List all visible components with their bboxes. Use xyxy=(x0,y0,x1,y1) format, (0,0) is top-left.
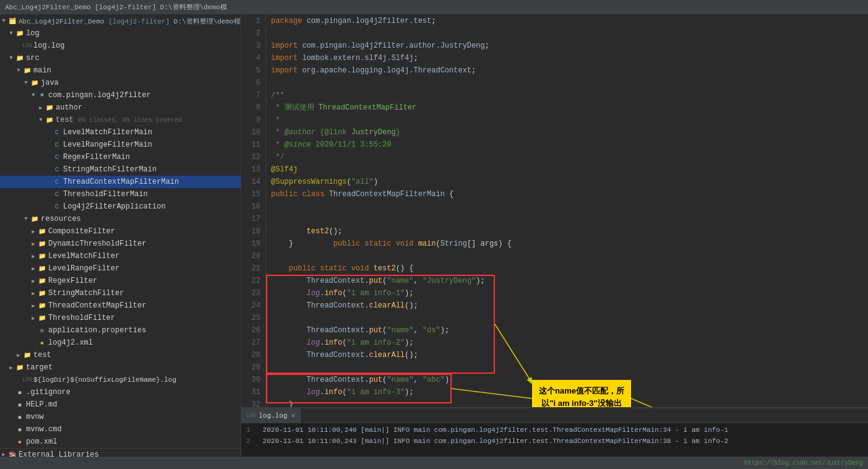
log-line-1: 1 2020-11-01 10:11:00,240 [main|] INFO m… xyxy=(246,424,863,436)
code-line-10: * @author {@link JustryDeng} xyxy=(271,126,868,139)
log-line-2: 2 2020-11-01 10:11:00,243 [main|] INFO m… xyxy=(246,436,863,447)
code-line-26: ThreadContext.put("name", "ds"); xyxy=(271,324,868,337)
code-editor: 12345 678910 1112131415 1617181920 21222… xyxy=(241,15,868,457)
tree-item-help-md[interactable]: ◼ HELP.md xyxy=(0,398,241,411)
tree-item-mvnw[interactable]: ◼ mvnw xyxy=(0,411,241,423)
code-line-24: ThreadContext.clearAll(); xyxy=(271,299,868,312)
title-text: Abc_Log4j2Filter_Demo [log4j2-filter] D:… xyxy=(5,2,227,12)
tree-item-LevelMatchFilterMain[interactable]: C LevelMatchFilterMain xyxy=(0,126,241,139)
tree-item-ThresholdFilterMain[interactable]: C ThresholdFilterMain xyxy=(0,188,241,200)
code-line-25 xyxy=(271,312,868,324)
tree-item-ThresholdFilter[interactable]: ▶ 📁 ThresholdFilter xyxy=(0,312,241,324)
tree-item-target[interactable]: ▶ 📁 target xyxy=(0,361,241,374)
code-line-6 xyxy=(271,77,868,89)
code-line-13: @Slf4j xyxy=(271,163,868,176)
title-bar: Abc_Log4j2Filter_Demo [log4j2-filter] D:… xyxy=(0,0,868,15)
status-bar: https://blog.csdn.net/JustryDeng xyxy=(0,457,868,469)
tree-item-logfile[interactable]: LOG ${logDir}${noSuffixLogFileName}.log xyxy=(0,374,241,386)
tree-item-StringMatchFilter[interactable]: ▶ 📁 StringMatchFilter xyxy=(0,287,241,299)
code-line-14: @SuppressWarnings("all") xyxy=(271,176,868,188)
code-line-2 xyxy=(271,27,868,40)
code-line-18: test2(); xyxy=(271,225,868,238)
code-line-23: log.info("i am info-1"); xyxy=(271,287,868,299)
tree-item-ThreadContextMapFilterMain[interactable]: C ThreadContextMapFilterMain xyxy=(0,176,241,188)
tree-item-StringMatchFilterMain[interactable]: C StringMatchFilterMain xyxy=(0,163,241,176)
code-line-22: ThreadContext.put("name", "JustryDeng"); xyxy=(271,275,868,287)
code-line-19: } xyxy=(271,238,868,250)
tree-item-log4j2-xml[interactable]: ✱ log4j2.xml xyxy=(0,337,241,349)
tree-item-Log4j2FilterApplication[interactable]: C Log4j2FilterApplication xyxy=(0,200,241,213)
tree-item-log-folder[interactable]: ▼ 📁 log xyxy=(0,27,241,40)
code-line-32: } xyxy=(271,398,868,407)
tree-item-LevelRangeFilterMain[interactable]: C LevelRangeFilterMain xyxy=(0,139,241,151)
tree-item-ext-lib[interactable]: ▶ 📚 External Libraries xyxy=(0,448,241,457)
log-output: 1 2020-11-01 10:11:00,240 [main|] INFO m… xyxy=(241,423,868,448)
tree-item-root[interactable]: ▼ 🗂️ Abc_Log4j2Filter_Demo [log4j2-filte… xyxy=(0,15,241,27)
code-line-20 xyxy=(271,250,868,262)
code-line-15: public class ThreadContextMapFilterMain … xyxy=(271,188,868,200)
log-tab[interactable]: LOG log.log ✕ xyxy=(241,408,301,423)
code-line-3: import com.pingan.log4j2filter.author.Ju… xyxy=(271,40,868,52)
code-line-17: ▶ public static void main(String[] args)… xyxy=(271,213,868,225)
code-line-31: log.info("i am info-3"); xyxy=(271,386,868,398)
tree-item-RegexFilterMain[interactable]: C RegexFilterMain xyxy=(0,151,241,163)
tree-item-main[interactable]: ▼ 📁 main xyxy=(0,64,241,77)
close-tab-icon[interactable]: ✕ xyxy=(291,411,295,420)
code-line-8: * 测试使用 ThreadContextMapFilter xyxy=(271,101,868,114)
tree-item-mvnw-cmd[interactable]: ◼ mvnw.cmd xyxy=(0,423,241,436)
code-line-16 xyxy=(271,200,868,213)
code-line-27: log.info("i am info-2"); xyxy=(271,337,868,349)
code-line-21: public static void test2() { xyxy=(271,262,868,275)
tree-item-author[interactable]: ▶ 📁 author xyxy=(0,101,241,114)
code-line-7: /** xyxy=(271,89,868,101)
tree-item-CompositeFilter[interactable]: ▶ 📁 CompositeFilter xyxy=(0,225,241,238)
code-line-4: import lombok.extern.slf4j.Slf4j; xyxy=(271,52,868,64)
code-line-9: * xyxy=(271,114,868,126)
code-line-30: ThreadContext.put("name", "abc"); xyxy=(271,374,868,386)
code-line-5: import org.apache.logging.log4j.ThreadCo… xyxy=(271,64,868,77)
tree-item-RegexFilter[interactable]: ▶ 📁 RegexFilter xyxy=(0,275,241,287)
line-numbers: 12345 678910 1112131415 1617181920 21222… xyxy=(241,15,266,407)
tree-item-pom-xml[interactable]: ✱ pom.xml xyxy=(0,436,241,448)
code-lines: package com.pingan.log4j2filter.test; im… xyxy=(266,15,868,407)
tree-item-log-log[interactable]: LOG log.log xyxy=(0,40,241,52)
tree-item-DynamicThresholdFilter[interactable]: ▶ 📁 DynamicThresholdFilter xyxy=(0,238,241,250)
tree-item-LevelMatchFilter[interactable]: ▶ 📁 LevelMatchFilter xyxy=(0,250,241,262)
tree-item-java[interactable]: ▼ 📁 java xyxy=(0,77,241,89)
tree-item-src[interactable]: ▼ 📁 src xyxy=(0,52,241,64)
code-content: 12345 678910 1112131415 1617181920 21222… xyxy=(241,15,868,407)
code-line-12: */ xyxy=(271,151,868,163)
bottom-panel: LOG log.log ✕ 1 2020-11-01 10:11:00,240 … xyxy=(241,407,868,457)
tree-item-com-pkg[interactable]: ▼ ■ com.pingan.log4j2filter xyxy=(0,89,241,101)
status-right: https://blog.csdn.net/JustryDeng xyxy=(744,460,863,467)
tree-item-LevelRangeFilter[interactable]: ▶ 📁 LevelRangeFilter xyxy=(0,262,241,275)
tree-item-test-src[interactable]: ▶ 📁 test xyxy=(0,349,241,361)
bottom-tab-bar: LOG log.log ✕ xyxy=(241,408,868,423)
log-tab-label: log.log xyxy=(259,412,287,420)
code-line-28: ThreadContext.clearAll(); xyxy=(271,349,868,361)
code-line-11: * @since 2020/11/1 3:55:20 xyxy=(271,139,868,151)
tree-item-application-properties[interactable]: ⚙ application.properties xyxy=(0,324,241,337)
tree-item-ThreadContextMapFilter[interactable]: ▶ 📁 ThreadContextMapFilter xyxy=(0,299,241,312)
code-line-1: package com.pingan.log4j2filter.test; xyxy=(271,15,868,27)
project-tree: ▼ 🗂️ Abc_Log4j2Filter_Demo [log4j2-filte… xyxy=(0,15,241,457)
tree-item-test[interactable]: ▼ 📁 test 0% classes, 0% lines covered xyxy=(0,114,241,126)
code-line-29 xyxy=(271,361,868,374)
tree-item-resources[interactable]: ▼ 📁 resources xyxy=(0,213,241,225)
tree-item-gitignore[interactable]: ◼ .gitignore xyxy=(0,386,241,398)
